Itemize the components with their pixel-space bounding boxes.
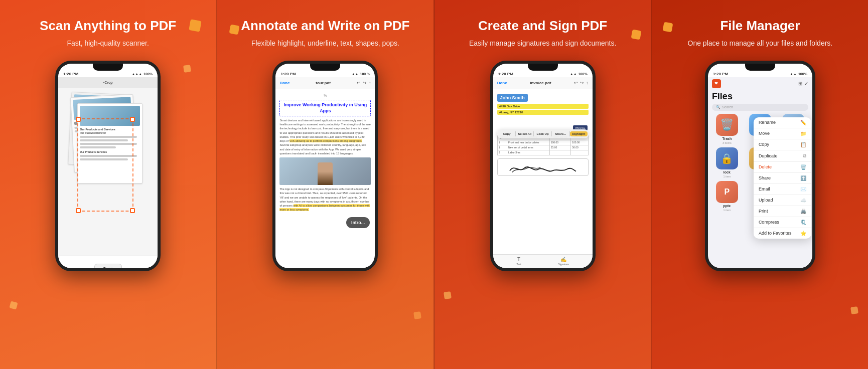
ctx-email[interactable]: Email ✉️ bbox=[754, 184, 811, 195]
file-item-lock[interactable]: 🔒 lock 1 item bbox=[712, 147, 742, 178]
filemanager-panel: File Manager One place to manage all you… bbox=[651, 0, 868, 369]
ctx-print[interactable]: Print 🖨️ bbox=[754, 206, 811, 217]
file-item-trash[interactable]: 🗑️ Trash 3 items bbox=[712, 114, 742, 144]
search-icon: 🔍 bbox=[716, 105, 720, 109]
scan-screen: 1:20 PM ▲▲▲ 100% ‹ Crop bbox=[58, 64, 158, 268]
deco-shape bbox=[631, 30, 641, 40]
signature-tool-label: Signature bbox=[558, 263, 568, 266]
undo-icon[interactable]: ↩ bbox=[574, 80, 578, 85]
redo-icon[interactable]: ↪ bbox=[580, 80, 584, 85]
invoice-row: 1 New set of pedal arms 25.00 50.00 bbox=[497, 145, 588, 150]
ctx-select-all[interactable]: Select All bbox=[516, 131, 534, 136]
ctx-highlight[interactable]: Highlight bbox=[570, 131, 588, 136]
anno-filename: tour.pdf bbox=[316, 81, 331, 85]
sign-filename: invoice.pdf bbox=[530, 81, 551, 85]
ctx-copy[interactable]: Copy 📋 bbox=[754, 139, 811, 150]
signature-tool[interactable]: ✍ Signature bbox=[558, 257, 568, 266]
anno-text-block: Smart devices and internet-based applica… bbox=[279, 118, 371, 155]
file-icon-trash: 🗑️ bbox=[716, 114, 738, 136]
signal-icon: ▲▲ bbox=[570, 72, 577, 76]
filemanager-phone: 1:20 PM ▲▲ 100% ❤ ⊞ ✓ bbox=[705, 61, 815, 271]
ctx-look-up[interactable]: Look Up bbox=[534, 131, 552, 136]
invoice-cell: 25.00 bbox=[549, 145, 571, 150]
scan-time: 1:20 PM bbox=[63, 72, 78, 76]
sign-panel: Create and Sign PDF Easily manage signat… bbox=[433, 0, 651, 369]
annotate-panel: Annotate and Write on PDF Flexible highl… bbox=[216, 0, 433, 369]
invoice-cell bbox=[571, 150, 588, 155]
share-icon[interactable]: ↑ bbox=[369, 80, 371, 85]
file-count-trash: 3 items bbox=[722, 141, 732, 144]
grid-icon[interactable]: ⊞ bbox=[798, 81, 802, 86]
ctx-share-icon: ⬆️ bbox=[800, 175, 806, 181]
undo-icon[interactable]: ↩ bbox=[357, 80, 361, 85]
invoice-cell: 1 bbox=[497, 140, 507, 145]
sign-context-menu: Copy Select All Look Up Share... Highlig… bbox=[497, 129, 589, 138]
ctx-rename-icon: ✏️ bbox=[800, 120, 806, 125]
anno-doc-title: Improve Working Productivity in Using Ap… bbox=[279, 100, 371, 116]
ctx-duplicate-icon: ⧉ bbox=[803, 153, 806, 159]
scan-phone-wrap: 1:20 PM ▲▲▲ 100% ‹ Crop bbox=[10, 61, 206, 359]
invoice-cell bbox=[549, 150, 571, 155]
scan-document-area: Our Products and Services PDF Password R… bbox=[62, 88, 154, 252]
ctx-move-icon: 📁 bbox=[800, 131, 806, 136]
sign-header-icons: ↩ ↪ ↑ bbox=[574, 80, 589, 85]
file-search-bar[interactable]: 🔍 Search bbox=[712, 104, 808, 111]
anno-image bbox=[279, 157, 371, 185]
invoice-cell: 1 bbox=[497, 145, 507, 150]
pptx-icon: P bbox=[725, 188, 730, 197]
battery-label: 100% bbox=[798, 72, 807, 76]
text-tool[interactable]: T Text bbox=[516, 257, 521, 266]
ctx-share[interactable]: Share... bbox=[552, 131, 570, 136]
ctx-delete-label: Delete bbox=[759, 164, 772, 169]
share-icon[interactable]: ↑ bbox=[586, 80, 589, 85]
sign-done-btn[interactable]: Done bbox=[497, 81, 507, 85]
scan-panel: Scan Anything to PDF Fast, high-quality … bbox=[0, 0, 216, 369]
sign-status-icons: ▲▲ 100% bbox=[570, 72, 588, 76]
crop-handle-bl[interactable] bbox=[76, 208, 81, 213]
sign-addr2: Albany, NY 12210 bbox=[497, 110, 589, 115]
deco-shape bbox=[229, 25, 240, 35]
file-screen: 1:20 PM ▲▲ 100% ❤ ⊞ ✓ bbox=[708, 64, 812, 268]
anno-text-block2: The App is not designed to compare All p… bbox=[279, 187, 371, 212]
sign-screen-content: Done invoice.pdf ↩ ↪ ↑ John Smith 4490 O… bbox=[493, 77, 593, 268]
phone-notch bbox=[93, 64, 123, 71]
crop-handle-tl[interactable] bbox=[76, 117, 81, 122]
ctx-compress-icon: 🗜️ bbox=[800, 220, 806, 225]
signature-icon: ✍ bbox=[560, 257, 566, 262]
sign-toolbar: T Text ✍ Signature bbox=[493, 254, 593, 268]
crop-button[interactable]: Crop bbox=[94, 264, 122, 268]
file-icon-pptx: P bbox=[716, 181, 738, 203]
sign-time: 1:20 PM bbox=[498, 72, 513, 76]
invoice-cell: Front and rear brake cables bbox=[507, 140, 550, 145]
intro-bubble: Intro... bbox=[346, 217, 370, 228]
ctx-copy-label: Copy bbox=[759, 142, 769, 147]
anno-status-icons: ▲▲ 100 % bbox=[352, 72, 370, 76]
file-item-pptx[interactable]: P pptx 1 item bbox=[712, 181, 742, 212]
ctx-duplicate[interactable]: Duplicate ⧉ bbox=[754, 150, 811, 162]
ctx-favorites[interactable]: Add to Favorites ⭐ bbox=[754, 228, 811, 239]
invoice-cell: 100.00 bbox=[571, 140, 588, 145]
checkmark-icon[interactable]: ✓ bbox=[804, 81, 808, 86]
ctx-copy[interactable]: Copy bbox=[498, 131, 516, 136]
signal-icon: ▲▲▲ bbox=[131, 72, 142, 76]
redo-icon[interactable]: ↪ bbox=[363, 80, 367, 85]
ctx-delete-icon: 🗑️ bbox=[800, 164, 806, 170]
ctx-share[interactable]: Share ⬆️ bbox=[754, 173, 811, 184]
battery-label: 100% bbox=[578, 72, 588, 76]
ctx-upload-icon: ☁️ bbox=[800, 198, 806, 203]
ctx-move[interactable]: Move 📁 bbox=[754, 128, 811, 139]
invoice-cell: New set of pedal arms bbox=[507, 145, 550, 150]
phone-notch bbox=[745, 64, 775, 71]
sign-phone: 1:20 PM ▲▲ 100% Done invoice.pdf ↩ ↪ ↑ bbox=[490, 61, 596, 271]
ctx-compress[interactable]: Compress 🗜️ bbox=[754, 217, 811, 228]
ctx-delete[interactable]: Delete 🗑️ bbox=[754, 162, 811, 173]
anno-done-btn[interactable]: Done bbox=[279, 81, 290, 85]
crop-handle-tr[interactable] bbox=[130, 117, 135, 122]
anno-highlight2: with All to allow comparisons between ou… bbox=[279, 204, 369, 211]
ctx-upload[interactable]: Upload ☁️ bbox=[754, 195, 811, 206]
ctx-favorites-label: Add to Favorites bbox=[759, 231, 792, 236]
deco-shape bbox=[189, 19, 202, 32]
ctx-copy-icon: 📋 bbox=[800, 142, 806, 147]
crop-handle-br[interactable] bbox=[130, 208, 135, 213]
ctx-rename[interactable]: Rename ✏️ bbox=[754, 117, 811, 128]
